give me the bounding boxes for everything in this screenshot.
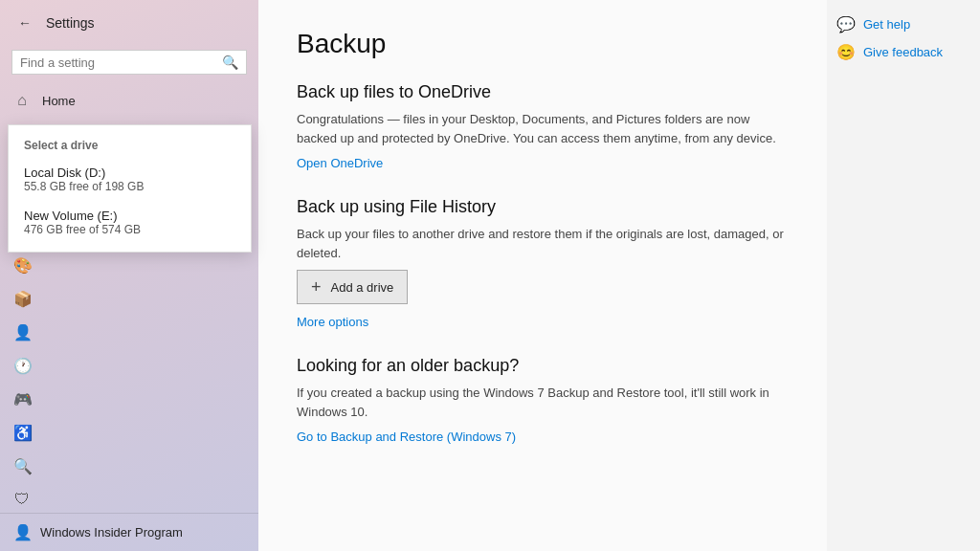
drive-e-name: New Volume (E:): [24, 209, 235, 223]
time-icon: 🕐: [13, 357, 31, 375]
dropdown-label: Select a drive: [9, 133, 251, 158]
sidebar-item-home-label: Home: [42, 94, 76, 108]
wip-label: Windows Insider Program: [40, 525, 183, 540]
sidebar-header: ← Settings: [0, 0, 258, 46]
sidebar-item-home[interactable]: ⌂ Home: [0, 84, 258, 117]
get-help-icon: 💬: [836, 15, 856, 33]
sidebar-item-privacy[interactable]: 🛡: [0, 483, 258, 513]
home-icon: ⌂: [13, 92, 31, 109]
onedrive-section: Back up files to OneDrive Congratulation…: [297, 82, 789, 170]
back-button[interactable]: ←: [11, 10, 38, 36]
older-backup-desc: If you created a backup using the Window…: [297, 384, 789, 421]
sidebar-footer-wip[interactable]: 👤 Windows Insider Program: [0, 513, 258, 551]
onedrive-desc: Congratulations — files in your Desktop,…: [297, 110, 789, 147]
add-drive-button[interactable]: + Add a drive: [297, 270, 408, 304]
sidebar-item-cortana[interactable]: 🔍: [0, 450, 258, 483]
older-backup-title: Looking for an older backup?: [297, 356, 789, 376]
ease-icon: ♿: [13, 424, 31, 442]
plus-icon: +: [311, 278, 322, 296]
personalization-icon: 🎨: [13, 256, 31, 275]
sidebar-item-time[interactable]: 🕐: [0, 349, 258, 383]
privacy-icon: 🛡: [13, 491, 31, 508]
drive-option-e[interactable]: New Volume (E:) 476 GB free of 574 GB: [9, 201, 251, 244]
wip-icon: 👤: [13, 523, 31, 541]
get-help-label: Get help: [863, 17, 910, 32]
file-history-desc: Back up your files to another drive and …: [297, 225, 789, 262]
drive-dropdown: Select a drive Local Disk (D:) 55.8 GB f…: [8, 124, 252, 253]
add-drive-label: Add a drive: [331, 280, 394, 295]
search-icon: 🔍: [222, 55, 238, 70]
sidebar-item-ease[interactable]: ♿: [0, 416, 258, 450]
search-input[interactable]: [20, 55, 216, 70]
apps-icon: 📦: [13, 290, 31, 308]
drive-d-name: Local Disk (D:): [24, 165, 235, 180]
sidebar-item-accounts[interactable]: 👤: [0, 316, 258, 349]
gaming-icon: 🎮: [13, 390, 31, 408]
give-feedback-icon: 😊: [836, 43, 856, 61]
search-box: 🔍: [11, 50, 247, 75]
file-history-title: Back up using File History: [297, 197, 789, 217]
drive-d-info: 55.8 GB free of 198 GB: [24, 180, 235, 193]
help-panel: 💬 Get help 😊 Give feedback: [827, 0, 980, 551]
drive-option-d[interactable]: Local Disk (D:) 55.8 GB free of 198 GB: [9, 158, 251, 201]
onedrive-title: Back up files to OneDrive: [297, 82, 789, 102]
sidebar-item-gaming[interactable]: 🎮: [0, 383, 258, 416]
open-onedrive-link[interactable]: Open OneDrive: [297, 156, 383, 170]
sidebar: ← Settings 🔍 ⌂ Home 🖥 🖨 📱 🌐 🎨 📦 👤: [0, 0, 258, 551]
older-backup-section: Looking for an older backup? If you crea…: [297, 356, 789, 444]
accounts-icon: 👤: [13, 323, 31, 342]
give-feedback-link[interactable]: 😊 Give feedback: [836, 43, 970, 61]
sidebar-item-apps[interactable]: 📦: [0, 282, 258, 316]
sidebar-item-personalization[interactable]: 🎨: [0, 249, 258, 282]
get-help-link[interactable]: 💬 Get help: [836, 15, 970, 33]
settings-title: Settings: [46, 15, 95, 31]
drive-e-info: 476 GB free of 574 GB: [24, 223, 235, 236]
backup-restore-link[interactable]: Go to Backup and Restore (Windows 7): [297, 430, 516, 444]
cortana-icon: 🔍: [13, 457, 31, 475]
main-content: Backup Back up files to OneDrive Congrat…: [258, 0, 827, 551]
more-options-link[interactable]: More options: [297, 315, 368, 329]
page-title: Backup: [297, 29, 789, 59]
file-history-section: Back up using File History Back up your …: [297, 197, 789, 329]
give-feedback-label: Give feedback: [863, 45, 943, 59]
